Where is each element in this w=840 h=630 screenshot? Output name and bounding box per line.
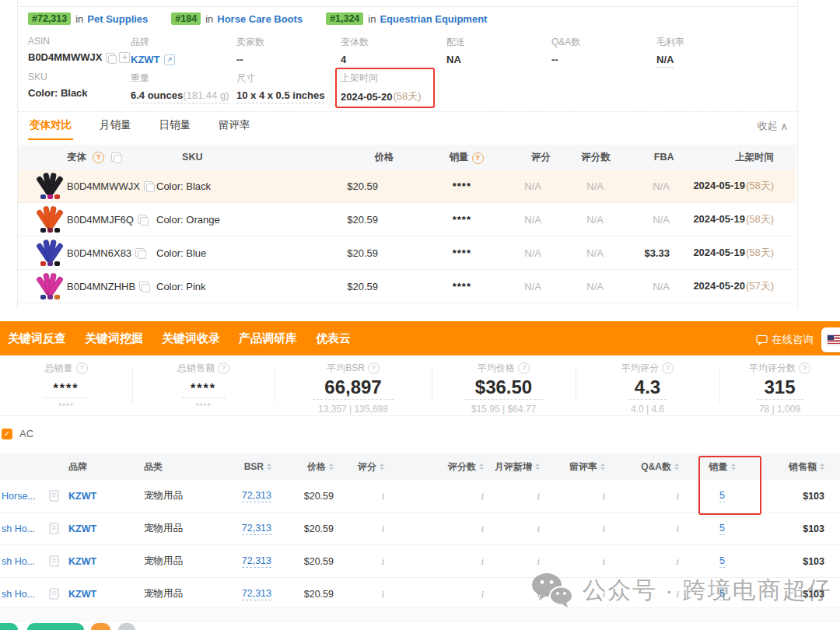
collapse-button[interactable]: 收起 ∧ — [757, 119, 788, 133]
tab-daily-sales[interactable]: 日销量 — [158, 117, 193, 140]
pagination-pill-orange[interactable] — [91, 623, 110, 630]
product-title-link[interactable]: Horse... — [2, 491, 36, 502]
detail-icon[interactable] — [49, 490, 59, 502]
bsr-link[interactable]: 72,313 — [242, 523, 271, 535]
category-value: 宠物用品 — [144, 555, 183, 568]
detail-icon[interactable] — [49, 523, 59, 534]
tab-review-rate[interactable]: 留评率 — [217, 117, 252, 140]
brand-link[interactable]: KZWT — [68, 491, 96, 502]
bsr-link[interactable]: 72,313 — [242, 490, 271, 502]
variant-sales: **** — [386, 180, 479, 192]
col-review-rate-sort[interactable]: 留评率 — [546, 460, 611, 474]
col-qa-sort[interactable]: Q&A数 — [611, 460, 685, 474]
brand-link[interactable]: KZWT — [68, 589, 96, 600]
product-title-link[interactable]: sh Ho... — [2, 523, 35, 534]
nav-keyword-index[interactable]: 关键词收录 — [162, 331, 220, 346]
product-title-link[interactable]: sh Ho... — [2, 589, 35, 600]
col-bsr-sort[interactable]: BSR — [231, 461, 278, 472]
detail-icon[interactable] — [49, 555, 59, 567]
nav-product-research[interactable]: 产品调研库 — [239, 331, 297, 346]
table-row[interactable]: sh Ho... KZWT 宠物用品 72,313 $20.59 i i i i… — [0, 545, 840, 578]
brand-link[interactable]: KZWT — [68, 556, 96, 567]
sales-link[interactable]: 5 — [719, 555, 725, 568]
question-icon[interactable]: ? — [518, 362, 530, 374]
copy-icon[interactable] — [138, 215, 147, 224]
col-revenue-sort[interactable]: 销售额 — [759, 460, 840, 474]
copy-icon[interactable] — [144, 181, 153, 191]
bsr-link[interactable]: 72,313 — [242, 555, 271, 568]
stat-range: 78 | 1,009 — [719, 404, 840, 415]
question-icon[interactable]: ? — [799, 362, 810, 374]
col-brand[interactable]: 品牌 — [64, 460, 142, 474]
variant-row[interactable]: B0D4MNZHHB Color: Pink $20.59 **** N/A N… — [18, 270, 796, 303]
tab-monthly-sales[interactable]: 月销量 — [98, 117, 133, 140]
brand-link[interactable]: KZWT — [131, 54, 160, 65]
question-icon[interactable]: ? — [472, 152, 484, 164]
locked-value-icon: i — [676, 523, 679, 535]
stat-avg-rating: 平均评分? 4.3 4.0 | 4.6 — [576, 355, 719, 415]
variant-sku: Color: Orange — [156, 214, 320, 226]
screen: #72,313 in Pet Supplies #184 in Horse Ca… — [0, 0, 840, 630]
col-category[interactable]: 品类 — [142, 460, 231, 474]
language-selector[interactable] — [821, 327, 840, 352]
variant-row[interactable]: B0D4MMJF6Q Color: Orange $20.59 **** N/A… — [18, 203, 796, 236]
locked-value-icon: i — [481, 523, 484, 535]
revenue-value: $103 — [803, 523, 824, 534]
copy-icon[interactable] — [135, 248, 145, 257]
category-link[interactable]: Pet Supplies — [87, 13, 148, 25]
online-support-button[interactable]: 在线咨询 — [756, 333, 814, 347]
pagination-pill-green-wide[interactable] — [27, 623, 84, 630]
category-link[interactable]: Horse Care Boots — [217, 13, 303, 25]
product-title-link[interactable]: sh Ho... — [2, 556, 35, 567]
stat-value: **** — [0, 377, 132, 396]
locked-value-icon: i — [676, 490, 679, 502]
question-icon[interactable]: ? — [218, 362, 229, 374]
external-link-icon[interactable]: ↗ — [164, 54, 175, 65]
pagination-pill-green[interactable] — [0, 623, 18, 630]
category-link[interactable]: Equestrian Equipment — [380, 13, 487, 25]
field-fulfillment: 配送 NA — [446, 36, 555, 65]
price-value: $20.59 — [304, 491, 334, 502]
sales-link[interactable]: 5 — [719, 523, 725, 535]
variant-rating-count: N/A — [549, 281, 611, 292]
nav-keyword-reverse[interactable]: 关键词反查 — [8, 331, 66, 346]
detail-icon[interactable] — [49, 588, 59, 600]
col-rating-sort[interactable]: 评分 — [340, 460, 390, 474]
sales-link[interactable]: 5 — [719, 588, 725, 600]
question-icon[interactable]: ? — [93, 152, 104, 163]
weight-metric: (181.44 g) — [183, 89, 229, 101]
nav-youbiaoyun[interactable]: 优表云 — [316, 331, 351, 346]
question-icon[interactable]: ? — [662, 362, 674, 374]
col-rating-count-sort[interactable]: 评分数 — [390, 460, 490, 474]
detail-tabs: 变体对比 月销量 日销量 留评率 — [28, 117, 252, 140]
field-weight: 重量 6.4 ounces(181.44 g) — [131, 72, 240, 103]
col-monthly-reviews-sort[interactable]: 月评新增 — [490, 460, 546, 474]
locked-value-icon: i — [537, 588, 540, 600]
compare-icon[interactable] — [111, 152, 121, 162]
sort-icon — [479, 461, 484, 472]
product-thumbnail — [36, 205, 64, 233]
main-navbar: 关键词反查 关键词挖掘 关键词收录 产品调研库 优表云 — [0, 321, 840, 355]
locked-value-icon: i — [381, 490, 384, 502]
chat-bubble-icon — [756, 334, 768, 345]
copy-icon[interactable] — [106, 53, 115, 62]
nav-keyword-mining[interactable]: 关键词挖掘 — [85, 331, 143, 346]
col-price-sort[interactable]: 价格 — [278, 460, 340, 474]
variant-row[interactable]: B0D4MMWWJX Color: Black $20.59 **** N/A … — [18, 170, 796, 203]
table-row[interactable]: sh Ho... KZWT 宠物用品 72,313 $20.59 i i i i… — [0, 578, 840, 611]
tab-variant-compare[interactable]: 变体对比 — [28, 117, 73, 140]
pagination-pill-gray[interactable] — [118, 623, 135, 630]
question-icon[interactable]: ? — [368, 362, 380, 374]
fulfillment-value: NA — [446, 54, 461, 65]
ac-checkbox[interactable]: ✓ — [2, 429, 12, 439]
category-value: 宠物用品 — [144, 587, 183, 600]
copy-icon[interactable] — [139, 282, 149, 291]
variant-rating: N/A — [479, 247, 549, 259]
variant-row[interactable]: B0D4MN6X83 Color: Blue $20.59 **** N/A N… — [18, 236, 796, 270]
bsr-link[interactable]: 72,313 — [242, 588, 271, 600]
field-label: ASIN — [28, 36, 137, 47]
question-icon[interactable]: ? — [76, 362, 88, 374]
brand-link[interactable]: KZWT — [68, 523, 96, 534]
table-row[interactable]: sh Ho... KZWT 宠物用品 72,313 $20.59 i i i i… — [0, 513, 840, 545]
add-icon[interactable]: + — [119, 52, 130, 63]
